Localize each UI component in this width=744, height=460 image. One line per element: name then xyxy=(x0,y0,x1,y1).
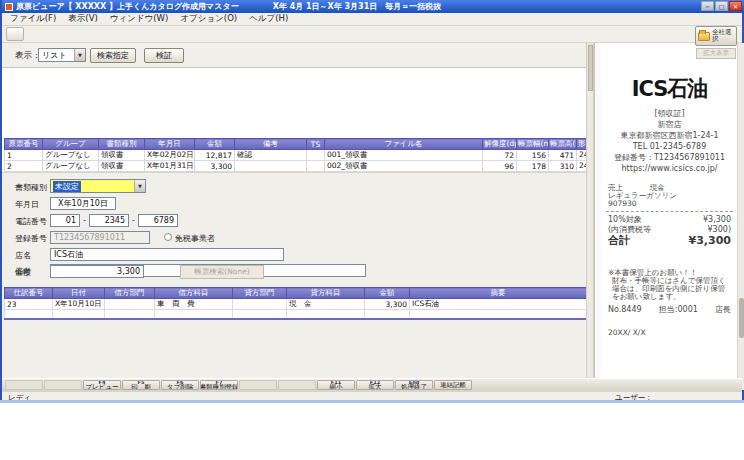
menu-window[interactable]: ウィンドウ(W) xyxy=(110,13,169,25)
table-row[interactable]: 1グループなし 領収書X年02月02日 12,817確認 001_領収書 721… xyxy=(5,150,587,161)
receipt-total-amount: ¥3,300 xyxy=(689,234,731,247)
col-credit-account[interactable]: 貸方科目 xyxy=(287,288,365,299)
display-mode-select[interactable]: リスト ▼ xyxy=(38,48,86,62)
menu-option[interactable]: オプション(O) xyxy=(180,13,237,25)
store-name-field[interactable] xyxy=(50,248,284,261)
menu-help[interactable]: ヘルプ(H) xyxy=(249,13,288,25)
window-bottom-edge xyxy=(0,400,744,403)
pane-splitter[interactable] xyxy=(586,43,594,379)
date-field[interactable] xyxy=(50,197,116,210)
preview-button[interactable]: F4プレビュー xyxy=(83,380,121,390)
tax-exempt-radio[interactable] xyxy=(164,233,172,241)
col-width[interactable]: 帳票幅(mm) xyxy=(517,139,549,150)
col-height[interactable]: 帳票高(mm) xyxy=(549,139,577,150)
col-date[interactable]: 年月日 xyxy=(145,139,195,150)
receipt-tax-target-label: 10%対象 xyxy=(608,215,642,225)
window-title-period: X年 4月 1日～X年 3月31日 毎月＝一括税抜 xyxy=(273,1,442,12)
zoom-out-button[interactable]: F11縮小 xyxy=(317,380,355,390)
doc-type-select[interactable]: 未設定 ▼ xyxy=(50,179,146,193)
exit-button[interactable]: End処理終了 xyxy=(395,380,433,390)
voucher-detail-form: 書類種別 未設定 ▼ 年月日 電話番号 - - 登録番号 免税事業者 店名 備考 xyxy=(2,172,586,286)
journal-table: 仕訳番号 日付 借方部門 借方科目 貸方部門 貸方科目 金額 摘要 23 X年1… xyxy=(4,287,587,320)
toolbar xyxy=(2,26,742,43)
company-select-label: 全社選択 xyxy=(712,29,734,43)
folder-icon xyxy=(698,32,710,41)
tel-dash: - xyxy=(83,216,86,225)
col-dpi[interactable]: 解像度(dpi) xyxy=(483,139,517,150)
menu-bar: ファイル(F) 表示(V) ウィンドウ(W) オプション(O) ヘルプ(H) xyxy=(2,13,742,26)
store-name-label: 店名 xyxy=(15,250,31,261)
fn-button[interactable] xyxy=(44,380,82,390)
scrollbar-thumb[interactable] xyxy=(739,298,744,338)
app-window: 原票ビューア【 XXXXX 】上手くんカタログ作成用マスター X年 4月 1日～… xyxy=(0,0,744,403)
doc-search-button: 帳票検索(None) xyxy=(180,265,264,279)
col-filename[interactable]: ファイル名 xyxy=(325,139,483,150)
fn-button[interactable] xyxy=(278,380,316,390)
display-label: 表示： xyxy=(15,50,41,62)
screen: 原票ビューア【 XXXXX 】上手くんカタログ作成用マスター X年 4月 1日～… xyxy=(0,0,744,460)
menu-view[interactable]: 表示(V) xyxy=(68,13,97,25)
receipt-date: 20XX/ X/X xyxy=(601,329,738,337)
scrollbar-thumb[interactable] xyxy=(588,45,593,91)
col-doc-type[interactable]: 書類種別 xyxy=(99,139,145,150)
receipt-tax-inner-amount: ¥300) xyxy=(708,225,731,235)
display-mode-value: リスト xyxy=(39,50,74,61)
receipt-image: ICS石油 [領収証] 新宿店 東京都新宿区西新宿1-24-1 TEL 01-2… xyxy=(601,45,738,389)
col-credit-dept[interactable]: 貸方部門 xyxy=(233,288,287,299)
receipt-address: 東京都新宿区西新宿1-24-1 xyxy=(601,130,738,141)
amount-label: 金額 xyxy=(15,267,31,278)
tel-field-2[interactable] xyxy=(89,214,129,227)
chevron-down-icon[interactable]: ▼ xyxy=(74,49,85,61)
maximize-button[interactable]: □ xyxy=(715,1,728,11)
app-icon xyxy=(5,3,13,11)
amount-field[interactable] xyxy=(50,265,144,278)
menu-file[interactable]: ファイル(F) xyxy=(10,13,56,25)
col-journal-date[interactable]: 日付 xyxy=(53,288,105,299)
receipt-scrollbar[interactable] xyxy=(737,43,744,390)
voucher-header-row: 原票番号 グループ 書類種別 年月日 金額 備考 TS ファイル名 解像度(dp… xyxy=(5,139,587,150)
col-ts[interactable]: TS xyxy=(307,139,325,150)
doc-type-register-button[interactable]: F7書類種別登録 xyxy=(200,380,238,390)
print-button[interactable]: F5印 刷 xyxy=(122,380,160,390)
receipt-manager: 店長 xyxy=(715,305,731,315)
receipt-item-code: 907930 xyxy=(601,200,738,208)
reg-number-field xyxy=(50,231,150,244)
col-voucher-no[interactable]: 原票番号 xyxy=(5,139,43,150)
col-memo[interactable]: 備考 xyxy=(235,139,307,150)
journal-table-border xyxy=(4,318,586,320)
toolbar-button[interactable] xyxy=(6,27,24,41)
receipt-total-label: 合計 xyxy=(608,234,630,247)
voucher-table: 原票番号 グループ 書類種別 年月日 金額 備考 TS ファイル名 解像度(dp… xyxy=(4,138,586,172)
tel-field-1[interactable] xyxy=(50,214,80,227)
delete-tab-button[interactable]: F6タブ削除 xyxy=(161,380,199,390)
chevron-down-icon[interactable]: ▼ xyxy=(134,180,145,192)
col-summary[interactable]: 摘要 xyxy=(410,288,587,299)
receipt-preview-pane: ICS石油 [領収証] 新宿店 東京都新宿区西新宿1-24-1 TEL 01-2… xyxy=(594,43,744,390)
journal-header-row: 仕訳番号 日付 借方部門 借方科目 貸方部門 貸方科目 金額 摘要 xyxy=(5,288,587,299)
receipt-no: No.8449 xyxy=(608,305,642,315)
receipt-tax-inner-label: (内消費税等 xyxy=(608,225,651,235)
preview-zoom-button[interactable]: 拡大表示 xyxy=(696,48,736,59)
col-journal-amount[interactable]: 金額 xyxy=(365,288,410,299)
search-spec-button[interactable]: 検索指定 xyxy=(90,48,136,63)
fn-button[interactable] xyxy=(239,380,277,390)
tel-dash: - xyxy=(132,216,135,225)
fn-button[interactable] xyxy=(5,380,43,390)
tel-field-3[interactable] xyxy=(138,214,178,227)
col-debit-dept[interactable]: 借方部門 xyxy=(105,288,155,299)
table-row[interactable]: 2グループなし 領収書X年01月31日 3,300 002_領収書 96178 … xyxy=(5,161,587,172)
close-button[interactable]: ✕ xyxy=(729,1,742,11)
voucher-table-area: 原票番号 グループ 書類種別 年月日 金額 備考 TS ファイル名 解像度(dp… xyxy=(2,67,586,172)
minimize-button[interactable]: ─ xyxy=(701,1,714,11)
company-select-button[interactable]: 全社選択 xyxy=(695,26,737,46)
journal-row[interactable]: 23 X年10月10日 車 両 費 現 金 3,300 ICS石油 xyxy=(5,299,587,310)
zoom-in-button[interactable]: F12拡大 xyxy=(356,380,394,390)
col-debit-account[interactable]: 借方科目 xyxy=(155,288,233,299)
verify-button[interactable]: 検証 xyxy=(144,48,184,63)
col-format[interactable]: 形式 xyxy=(577,139,587,150)
col-amount[interactable]: 金額 xyxy=(195,139,235,150)
col-group[interactable]: グループ xyxy=(43,139,99,150)
linked-entry-button[interactable]: 連結記帳 xyxy=(434,380,472,390)
col-journal-no[interactable]: 仕訳番号 xyxy=(5,288,53,299)
receipt-tax-target-amount: ¥3,300 xyxy=(703,215,731,225)
